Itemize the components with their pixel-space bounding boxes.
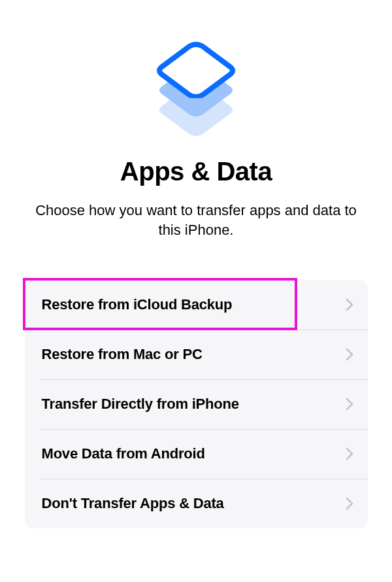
option-label: Move Data from Android xyxy=(42,445,205,462)
option-transfer-iphone[interactable]: Transfer Directly from iPhone xyxy=(25,379,368,429)
chevron-right-icon xyxy=(346,298,353,311)
option-label: Transfer Directly from iPhone xyxy=(42,396,239,413)
page-subtitle: Choose how you want to transfer apps and… xyxy=(26,201,366,239)
stacked-layers-icon xyxy=(154,39,238,137)
option-label: Restore from Mac or PC xyxy=(42,346,203,363)
option-label: Restore from iCloud Backup xyxy=(42,296,233,313)
option-label: Don't Transfer Apps & Data xyxy=(42,495,224,512)
option-move-android[interactable]: Move Data from Android xyxy=(25,429,368,479)
chevron-right-icon xyxy=(346,398,353,411)
option-restore-icloud[interactable]: Restore from iCloud Backup xyxy=(25,280,368,330)
options-list: Restore from iCloud Backup Restore from … xyxy=(25,280,368,528)
chevron-right-icon xyxy=(346,447,353,460)
option-restore-mac-pc[interactable]: Restore from Mac or PC xyxy=(25,330,368,379)
chevron-right-icon xyxy=(346,348,353,361)
page-title: Apps & Data xyxy=(120,157,272,186)
chevron-right-icon xyxy=(346,497,353,510)
option-dont-transfer[interactable]: Don't Transfer Apps & Data xyxy=(25,479,368,528)
